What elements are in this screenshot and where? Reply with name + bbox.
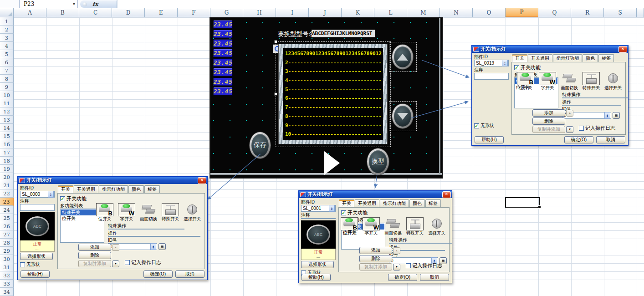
log-operation-checkbox[interactable]: 记入操作日志 [125, 259, 161, 266]
add-button[interactable]: 添加 [359, 247, 392, 254]
bit-switch-tile[interactable]: B 位开关 [339, 217, 359, 236]
tab-switch[interactable]: 开关 [58, 185, 73, 194]
row-header-32[interactable]: 32 [0, 271, 14, 280]
tab-label[interactable]: 标签 [144, 185, 160, 194]
tab-color[interactable]: 颜色 [409, 199, 425, 208]
row-header-20[interactable]: 20 [0, 173, 14, 181]
delete-button[interactable]: 删除 [78, 252, 111, 259]
row-header-23[interactable]: 23 [0, 198, 14, 206]
hmi-screen[interactable]: 23.4523.4523.4523.4523.4523.4523.4523.45… [210, 17, 443, 179]
move-up-button[interactable]: ▴ [393, 247, 400, 254]
screen-change-tile[interactable]: 画面切换 [559, 72, 579, 91]
switch-function-checkbox-box[interactable] [514, 65, 519, 70]
no-shape-checkbox-box[interactable] [474, 123, 479, 128]
log-operation-checkbox-box[interactable] [125, 260, 130, 265]
model-name-value[interactable]: ABCDEFGHIJKLMNOPQRST [312, 30, 375, 37]
column-header-D[interactable]: D [112, 8, 145, 17]
row-header-14[interactable]: 14 [0, 124, 14, 132]
row-header-24[interactable]: 24 [0, 206, 14, 214]
select-shape-button[interactable]: 选择形状 [301, 261, 334, 268]
no-shape-checkbox[interactable]: 无形状 [20, 261, 55, 268]
fx-icon[interactable]: fx [92, 1, 98, 7]
copy-and-add-button[interactable]: 复制并添加 [78, 260, 111, 267]
move-up-button[interactable]: ▴ [566, 110, 573, 117]
tab-switch-common[interactable]: 开关通用 [355, 199, 379, 208]
row-header-18[interactable]: 18 [0, 157, 14, 165]
add-button[interactable]: 添加 [78, 244, 111, 251]
part-id-spinner[interactable]: ▲▼ [502, 60, 508, 66]
column-header-P[interactable]: P [506, 8, 538, 17]
select-shape-button[interactable]: 选择形状 [20, 253, 53, 260]
screen-change-tile[interactable]: 画面切换 [138, 203, 158, 222]
delete-button[interactable]: 删除 [532, 117, 565, 125]
row-header-30[interactable]: 30 [0, 255, 14, 263]
cancel-button[interactable]: 取消 [596, 136, 625, 143]
select-switch-tile[interactable]: 选择开关 [182, 203, 202, 222]
row-header-25[interactable]: 25 [0, 214, 14, 222]
scroll-down-button[interactable] [392, 104, 413, 128]
name-box[interactable]: P23 ▼ [19, 0, 78, 8]
bit-switch-tile[interactable]: B 位开关 [95, 203, 115, 222]
row-header-16[interactable]: 16 [0, 140, 14, 148]
column-header-partial[interactable] [637, 8, 644, 17]
column-header-R[interactable]: R [571, 8, 604, 17]
play-triangle[interactable] [324, 151, 340, 175]
comment-input[interactable] [301, 218, 336, 219]
row-header-26[interactable]: 26 [0, 222, 14, 230]
log-operation-checkbox[interactable]: 记入操作日志 [406, 262, 442, 269]
close-icon[interactable]: × [198, 177, 206, 184]
copy-and-add-button[interactable]: 复制并添加 [532, 126, 565, 133]
numeric-display[interactable]: 23.45 [213, 30, 233, 38]
column-header-G[interactable]: G [210, 8, 243, 17]
part-id-field[interactable]: SL_0019 ▲▼ [474, 60, 509, 66]
dialog-titlebar[interactable]: 开关/指示灯 × [18, 177, 207, 184]
numeric-display[interactable]: 23.45 [213, 68, 233, 77]
delete-button[interactable]: 删除 [359, 255, 392, 262]
row-header-2[interactable]: 2 [0, 26, 14, 34]
column-header-H[interactable]: H [243, 8, 276, 17]
insert-function-area[interactable]: fx [80, 0, 117, 8]
column-header-N[interactable]: N [440, 8, 473, 17]
log-operation-checkbox-box[interactable] [579, 126, 584, 131]
selection-handle[interactable] [274, 92, 277, 96]
row-header-15[interactable]: 15 [0, 132, 14, 140]
row-header-8[interactable]: 8 [0, 75, 14, 83]
column-header-M[interactable]: M [407, 8, 440, 17]
tab-switch[interactable]: 开关 [339, 199, 354, 208]
tab-lamp-function[interactable]: 指示灯功能 [553, 54, 582, 62]
row-header-22[interactable]: 22 [0, 189, 14, 198]
numeric-display[interactable]: 23.45 [213, 87, 233, 96]
switch-function-checkbox[interactable]: 开关功能 [60, 195, 202, 202]
switch-function-checkbox[interactable]: 开关功能 [341, 209, 447, 216]
column-header-B[interactable]: B [46, 8, 79, 17]
selected-cell-p23[interactable] [505, 197, 540, 208]
selection-handle[interactable] [274, 40, 277, 43]
row-header-17[interactable]: 17 [0, 148, 14, 157]
ok-button[interactable]: 确定(O) [143, 270, 173, 278]
log-operation-checkbox-box[interactable] [406, 263, 411, 268]
scroll-up-button[interactable] [392, 45, 413, 69]
numeric-display[interactable]: 23.45 [213, 58, 233, 67]
word-switch-tile[interactable]: W 字开关 [117, 203, 137, 222]
operation-select[interactable]: 传输 内部寄存器 -> SRAM ▼ [108, 236, 200, 237]
name-box-dropdown-icon[interactable]: ▼ [71, 2, 77, 6]
numeric-display[interactable]: 23.45 [213, 39, 233, 48]
help-button[interactable]: 帮助(H) [475, 136, 504, 143]
special-op-select[interactable]: 文件项目开关 ▼ [562, 97, 629, 98]
close-icon[interactable]: × [618, 46, 627, 53]
special-op-select[interactable]: 文件项目开关 ▼ [108, 229, 184, 230]
column-header-F[interactable]: F [178, 8, 210, 17]
column-header-J[interactable]: J [309, 8, 342, 17]
select-all-corner[interactable] [0, 8, 14, 17]
tab-switch-common[interactable]: 开关通用 [74, 185, 98, 194]
select-switch-tile[interactable]: 选择开关 [603, 72, 623, 91]
special-switch-tile[interactable]: 特殊开关 [581, 72, 601, 91]
operation-select[interactable]: 传输 SRAM -> 内部寄存器 ▼ [562, 105, 621, 106]
row-header-29[interactable]: 29 [0, 247, 14, 255]
row-header-19[interactable]: 19 [0, 165, 14, 173]
column-header-A[interactable]: A [14, 8, 46, 17]
save-button[interactable]: 保存 [250, 132, 271, 158]
switch-function-checkbox[interactable]: 开关功能 [514, 64, 623, 71]
part-id-field[interactable]: SL_0000 ▲▼ [20, 191, 55, 198]
ok-button[interactable]: 确定(O) [564, 136, 593, 143]
